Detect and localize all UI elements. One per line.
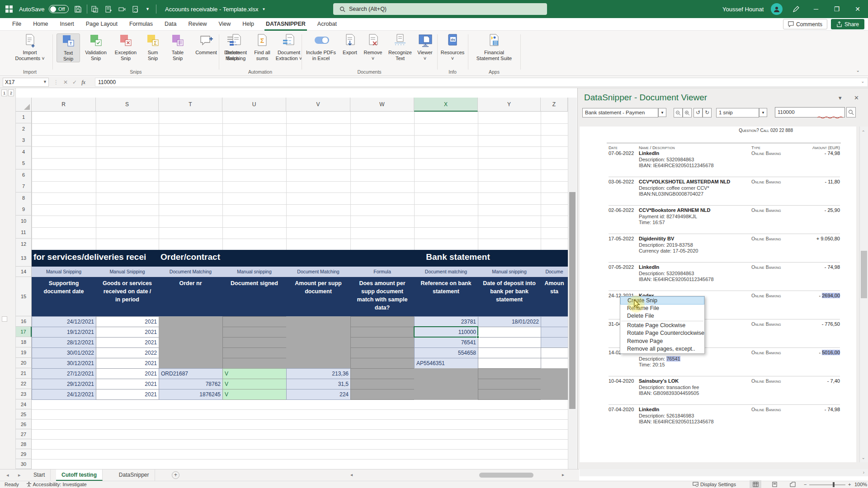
row-header-18[interactable]: 18	[16, 337, 32, 347]
cell-S18[interactable]: 2021	[96, 337, 159, 348]
cell-U18[interactable]	[222, 337, 287, 348]
cell-R16[interactable]: 24/12/2021	[32, 316, 96, 327]
hscroll-left-icon[interactable]: ◂	[350, 472, 353, 477]
cell-T18[interactable]	[159, 337, 223, 348]
search-input[interactable]: Search (Alt+Q)	[333, 3, 547, 15]
ribbon-button-table[interactable]: TableSnip	[166, 33, 189, 61]
cell-U22[interactable]: V	[222, 379, 287, 389]
cell-W22[interactable]	[350, 379, 415, 389]
cell-R21[interactable]: 27/12/2021	[32, 368, 96, 379]
cell-Z18[interactable]	[541, 337, 568, 348]
menu-item-rotate-page-clockwise[interactable]: Rotate Page Clockwise	[620, 322, 704, 330]
cell-X21[interactable]	[414, 368, 478, 379]
cell-X19[interactable]: 554658	[414, 347, 478, 358]
cell-U23[interactable]: V	[222, 389, 287, 400]
row-header-4[interactable]: 4	[16, 146, 32, 158]
row-header-14[interactable]: 14	[16, 267, 32, 277]
new-sheet-button[interactable]: +	[172, 471, 179, 479]
cell-V21[interactable]: 213,36	[286, 368, 351, 379]
cell-Z21[interactable]	[541, 368, 568, 379]
row-header-15[interactable]: 15	[16, 277, 32, 316]
restore-button[interactable]: ❐	[826, 0, 847, 18]
column-header-Y[interactable]: Y	[478, 98, 541, 112]
cell-U19[interactable]	[222, 347, 287, 358]
quick-action-icon-1[interactable]	[91, 0, 98, 18]
comments-button[interactable]: Comments	[783, 19, 827, 29]
ribbon-tab-home[interactable]: Home	[27, 18, 54, 31]
zoom-out-doc-icon[interactable]	[674, 108, 683, 117]
ribbon-button-include-pdfs[interactable]: Include PDFsin Excel	[304, 33, 338, 61]
formula-bar-expand-icon[interactable]: ⌄	[861, 79, 864, 84]
ribbon-button-remove[interactable]: Remove˅	[361, 33, 385, 61]
header-method-S[interactable]: Manual Snipping	[96, 267, 159, 277]
user-name[interactable]: Youssef Hounat	[722, 0, 764, 18]
header-name-X[interactable]: Reference on bankstatement	[414, 277, 478, 316]
ribbon-tab-file[interactable]: File	[6, 18, 27, 31]
row-header-1[interactable]: 1	[16, 112, 32, 123]
panel-horizontal-scrollbar[interactable]: ›	[580, 469, 868, 476]
confirm-formula-icon[interactable]: ✓	[72, 79, 77, 85]
view-page-break-icon[interactable]	[787, 480, 798, 488]
header-name-V[interactable]: Amount per suppdocument	[286, 277, 351, 316]
minimize-button[interactable]: ─	[806, 0, 826, 18]
cell-S21[interactable]: 2021	[96, 368, 159, 379]
row-header-25[interactable]: 25	[16, 409, 32, 419]
cell-X18[interactable]: 76541	[414, 337, 478, 348]
cell-Y18[interactable]	[478, 337, 541, 348]
quick-action-icon-2[interactable]	[105, 0, 112, 18]
ribbon-button-import[interactable]: ImportDocuments ˅	[12, 33, 48, 61]
zoom-in-doc-icon[interactable]	[683, 108, 692, 117]
cell-Y20[interactable]	[478, 358, 541, 369]
header-method-T[interactable]: Document Matching	[159, 267, 223, 277]
cell-W20[interactable]	[350, 358, 415, 369]
cell-V20[interactable]	[286, 358, 351, 369]
ribbon-button-comment[interactable]: Comment	[192, 33, 220, 56]
collapse-ribbon-icon[interactable]: ⌄	[856, 68, 860, 73]
cell-X20[interactable]: AP5546351	[414, 358, 478, 369]
cell-S22[interactable]: 2021	[96, 379, 159, 389]
cell-T19[interactable]	[159, 347, 223, 358]
row-header-30[interactable]: 30	[16, 459, 32, 469]
cell-Z16[interactable]	[541, 316, 568, 327]
column-header-X[interactable]: X	[414, 98, 478, 112]
cell-U21[interactable]: V	[222, 368, 287, 379]
row-header-26[interactable]: 26	[16, 419, 32, 429]
snip-search-input[interactable]: 110000	[775, 107, 845, 117]
header-name-S[interactable]: Goods or servicesreceived on date /in pe…	[96, 277, 159, 316]
outline-level-1-button[interactable]: 1	[1, 89, 7, 96]
header-name-T[interactable]: Order nr	[159, 277, 223, 316]
document-select-arrow-icon[interactable]: ▼	[658, 108, 666, 117]
menu-item-delete-file[interactable]: Delete File	[620, 312, 704, 320]
header-method-U[interactable]: Manual snipping	[222, 267, 287, 277]
column-header-R[interactable]: R	[32, 98, 96, 112]
cell-Y17[interactable]	[478, 327, 541, 338]
ribbon-button-validation[interactable]: ValidationSnip	[82, 33, 110, 61]
grid-hscroll-thumb[interactable]	[479, 473, 533, 478]
row-header-16[interactable]: 16	[16, 316, 32, 327]
cell-Z22[interactable]	[541, 379, 568, 389]
close-button[interactable]: ✕	[847, 0, 868, 18]
cell-R23[interactable]: 24/12/2021	[32, 389, 96, 400]
avatar[interactable]	[771, 0, 783, 18]
cell-W21[interactable]	[350, 368, 415, 379]
cell-Y23[interactable]	[478, 389, 541, 400]
row-header-13[interactable]: 13	[16, 250, 32, 267]
ribbon-tab-page-layout[interactable]: Page Layout	[80, 18, 123, 31]
cell-T20[interactable]	[159, 358, 223, 369]
sheet-tab-start[interactable]: Start	[28, 469, 51, 481]
ribbon-button-find-all[interactable]: ΣFind allsums	[250, 33, 274, 61]
ribbon-tab-datasnipper[interactable]: DATASNIPPER	[260, 18, 311, 31]
cell-W16[interactable]	[350, 316, 415, 327]
cell-Z23[interactable]	[541, 389, 568, 400]
row-header-19[interactable]: 19	[16, 347, 32, 358]
header-name-R[interactable]: Supportingdocument date	[32, 277, 96, 316]
ribbon-button-viewer[interactable]: Viewer˅	[415, 33, 435, 61]
cell-R18[interactable]: 28/12/2021	[32, 337, 96, 348]
cell-S20[interactable]: 2021	[96, 358, 159, 369]
zoom-level[interactable]: 100%	[854, 482, 867, 487]
cell-X23[interactable]	[414, 389, 478, 400]
fill-handle[interactable]	[476, 336, 479, 338]
row-header-2[interactable]: 2	[16, 123, 32, 135]
cell-W23[interactable]	[350, 389, 415, 400]
cell-U20[interactable]	[222, 358, 287, 369]
